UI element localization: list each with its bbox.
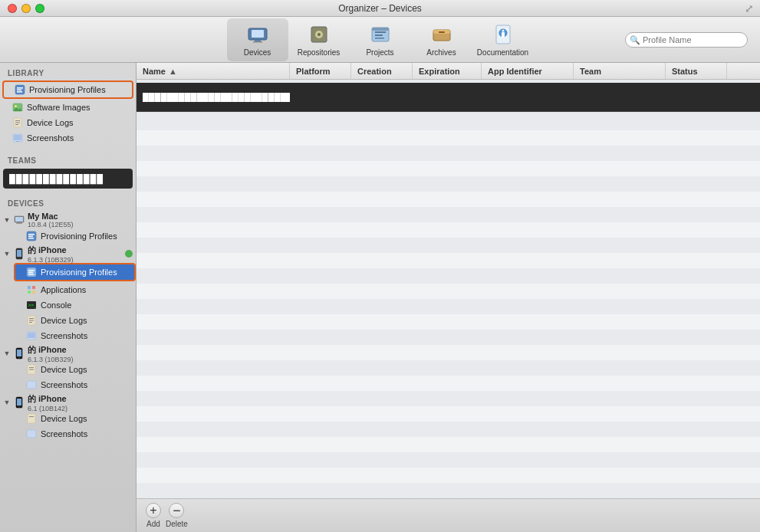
my-mac-version: 10.8.4 (12E55) [28,221,133,228]
device-group-iphone3: ▼ 的 iPhone 6.1 (10B142) [0,394,136,442]
table-row[interactable] [137,130,760,146]
col-header-team[interactable]: Team [574,63,666,79]
sidebar-item-iphone3-devicelogs[interactable]: Device Logs [15,411,134,426]
sidebar-item-iphone1-devicelogs[interactable]: Device Logs [15,313,134,328]
sidebar-item-iphone1-screenshots[interactable]: Screenshots [15,328,134,343]
sidebar-item-iphone1-applications[interactable]: Applications [15,282,134,297]
sidebar-provisioning-label: Provisioning Profiles [29,85,106,94]
svg-rect-59 [28,333,35,338]
col-header-platform[interactable]: Platform [290,63,351,79]
iphone1-console-icon: >>_ [26,300,37,310]
table-row[interactable] [137,391,760,406]
toolbar-projects-label: Projects [366,48,393,57]
col-header-appid[interactable]: App Identifier [482,63,574,79]
toolbar-repositories-button[interactable]: Repositories [288,18,350,61]
table-row[interactable] [137,376,760,391]
device-group-iphone2-header[interactable]: ▼ 的 iPhone 6.1.3 (10B329) [0,345,136,362]
iphone3-name: 的 iPhone [28,393,133,405]
my-mac-name: My Mac [28,212,133,221]
svg-point-43 [18,258,20,259]
svg-rect-40 [28,238,34,239]
table-row-selected[interactable]: ████████████████████████████████████ [137,83,760,112]
search-icon: 🔍 [630,34,640,44]
iphone1-applications-icon [26,284,37,295]
maximize-button[interactable] [35,4,44,13]
table-row[interactable] [137,330,760,345]
svg-rect-45 [28,270,35,271]
search-input[interactable] [625,32,748,48]
sidebar-item-iphone3-screenshots[interactable]: Screenshots [15,426,134,442]
toolbar-devices-button[interactable]: Devices [227,18,288,61]
library-section-label: LIBRARY [0,63,136,80]
my-mac-triangle: ▼ [3,216,11,224]
toolbar-repositories-label: Repositories [298,48,341,57]
iphone1-console-label: Console [41,300,71,310]
table-row[interactable] [137,468,760,483]
table-row[interactable] [137,192,760,207]
table-row[interactable] [137,161,760,176]
toolbar-archives-button[interactable]: Archives [411,18,472,61]
toolbar-projects-button[interactable]: Projects [350,18,411,61]
my-mac-icon [13,214,25,226]
iphone1-triangle: ▼ [3,250,11,258]
toolbar-documentation-label: Documentation [477,48,528,57]
col-header-status[interactable]: Status [666,63,727,79]
window-controls[interactable] [8,4,44,13]
table-row[interactable] [137,345,760,360]
table-row[interactable] [137,222,760,238]
close-button[interactable] [8,4,17,13]
svg-rect-42 [17,250,21,257]
toolbar-documentation-button[interactable]: Documentation [472,18,534,61]
table-row[interactable] [137,422,760,437]
sidebar-item-mac-provisioning[interactable]: Provisioning Profiles [15,228,134,244]
device-group-my-mac-header[interactable]: ▼ My Mac 10.8.4 (12E55) [0,212,136,228]
table-row[interactable] [137,207,760,222]
sidebar-item-iphone2-screenshots[interactable]: Screenshots [15,377,134,392]
svg-point-62 [18,357,20,359]
device-group-iphone3-header[interactable]: ▼ 的 iPhone 6.1 (10B142) [0,394,136,411]
col-header-expiration[interactable]: Expiration [413,63,482,79]
table-row[interactable] [137,253,760,268]
sidebar-item-iphone1-provisioning[interactable]: Provisioning Profiles [15,264,134,280]
sidebar-item-device-logs-lib[interactable]: Device Logs [2,115,134,130]
table-row[interactable] [137,268,760,284]
teams-item-text: ██████████████ [9,174,104,183]
table-row[interactable] [137,437,760,452]
add-button[interactable]: + [146,503,161,518]
sidebar-item-iphone2-devicelogs[interactable]: Device Logs [15,362,134,377]
iphone2-screenshots-label: Screenshots [41,380,87,389]
svg-rect-27 [15,120,20,121]
table-row[interactable] [137,483,760,498]
table-row[interactable] [137,146,760,161]
minimize-button[interactable] [21,4,31,13]
sidebar-item-screenshots-lib[interactable]: Screenshots [2,130,134,146]
table-row[interactable] [137,115,760,130]
table-row[interactable] [137,299,760,314]
sidebar-item-software-images[interactable]: Software Images [2,100,134,115]
iphone3-triangle: ▼ [3,399,11,406]
table-row[interactable] [137,360,760,376]
teams-item[interactable]: ██████████████ [3,169,133,189]
svg-rect-57 [29,322,32,323]
resize-icon[interactable]: ⤢ [745,2,754,15]
col-header-creation[interactable]: Creation [351,63,413,79]
table-row[interactable] [137,176,760,192]
table-row[interactable] [137,238,760,253]
device-group-iphone1-header[interactable]: ▼ 的 iPhone 6.1.3 (10B329) [0,245,136,262]
svg-rect-1 [255,40,261,41]
table-row[interactable] [137,314,760,330]
svg-rect-56 [29,320,34,321]
add-button-group: + Add [146,503,161,528]
col-header-name[interactable]: Name ▲ [137,63,290,79]
table-row[interactable] [137,452,760,468]
table-row[interactable] [137,406,760,422]
sidebar-item-provisioning-profiles[interactable]: Provisioning Profiles [4,82,132,97]
sidebar: LIBRARY Provisioning Profiles [0,63,137,532]
table-body: ████████████████████████████████████ [137,80,760,498]
table-row[interactable] [137,284,760,299]
svg-rect-34 [15,217,23,222]
sidebar-item-iphone1-console[interactable]: >>_ Console [15,297,134,313]
svg-rect-64 [29,367,34,368]
delete-button[interactable]: − [169,503,184,518]
my-mac-name-block: My Mac 10.8.4 (12E55) [28,212,133,228]
